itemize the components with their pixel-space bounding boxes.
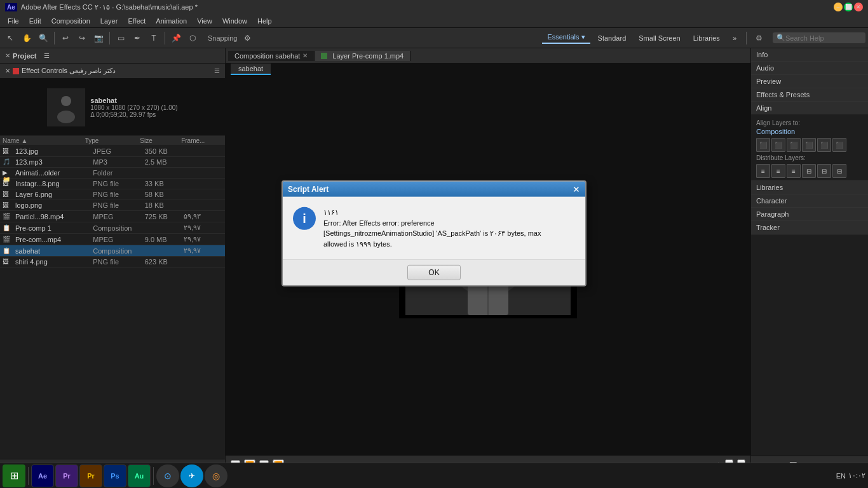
search-area: 🔍 [773, 32, 865, 43]
menu-file[interactable]: File [3, 16, 24, 26]
viewer-tab[interactable]: sabehat [231, 64, 271, 75]
effect-controls-tab[interactable]: ✕ Effect Controls دکتر ناصر رفیعی ☰ [0, 64, 225, 79]
distribute-top-btn[interactable]: ⊟ [802, 164, 816, 178]
menu-window[interactable]: Window [217, 16, 252, 26]
align-section-title[interactable]: Align [751, 102, 868, 114]
camera-btn[interactable]: 📷 [91, 30, 106, 46]
start-button[interactable]: ⊞ [3, 464, 25, 487]
project-close-icon[interactable]: ✕ [5, 52, 10, 59]
redo-btn[interactable]: ↪ [74, 30, 90, 46]
info-section-title[interactable]: Info [751, 48, 868, 61]
distribute-left-btn[interactable]: ≡ [756, 164, 770, 178]
pen-tool[interactable]: ✒ [130, 30, 145, 46]
dialog-close-button[interactable]: ✕ [573, 184, 580, 194]
distribute-center-v-btn[interactable]: ⊟ [817, 164, 831, 178]
col-frame[interactable]: Frame... [181, 137, 222, 144]
align-center-h-btn[interactable]: ⬛ [771, 138, 785, 152]
align-left-btn[interactable]: ⬛ [756, 138, 770, 152]
workspace-standard[interactable]: Standard [593, 33, 632, 43]
align-right-btn[interactable]: ⬛ [787, 138, 801, 152]
selection-tool[interactable]: ↖ [3, 30, 18, 46]
menu-help[interactable]: Help [252, 16, 277, 26]
dialog-msg-line4: allowed is ۱۹۹۹ bytes. [323, 238, 541, 249]
file-name: Pre-com...mp4 [15, 236, 93, 243]
ec-close-icon[interactable]: ✕ [5, 67, 10, 74]
project-panel-header: ✕ Project ☰ [0, 48, 225, 64]
comp-tab-precomp[interactable]: Layer Pre-comp 1.mp4 [315, 51, 410, 61]
right-panel: Info Audio Preview Effects & Presets Ali… [750, 48, 868, 474]
browser-taskbar-btn[interactable]: ⊙ [156, 464, 179, 487]
script-alert-dialog: Script Alert ✕ i ۱۱۶۱ Error: After Effec… [281, 180, 587, 287]
list-item[interactable]: 📋 sabehat Composition ۲۹,۹۷ [0, 245, 225, 257]
effects-presets-title[interactable]: Effects & Presets [751, 88, 868, 101]
list-item[interactable]: ▶📁 Animati...older Folder [0, 168, 225, 179]
puppet-tool[interactable]: 📌 [168, 30, 184, 46]
list-item[interactable]: 🖼 Instagr...8.png PNG file 33 KB [0, 179, 225, 189]
menu-animation[interactable]: Animation [151, 16, 192, 26]
list-item[interactable]: 🎬 Particl...98.mp4 MPEG 725 KB ۵۹,۹۳ [0, 211, 225, 222]
audition-taskbar-btn[interactable]: Au [128, 464, 151, 487]
comp-tab-sabehat[interactable]: Composition sabehat ✕ [228, 51, 315, 61]
col-type[interactable]: Type [85, 137, 140, 144]
snapping-toggle[interactable]: ⚙ [240, 30, 255, 46]
snapping-label: Snapping [208, 34, 238, 42]
character-section-title[interactable]: Character [751, 194, 868, 207]
menu-effect[interactable]: Effect [123, 16, 151, 26]
zoom-tool[interactable]: 🔍 [36, 30, 51, 46]
align-center-v-btn[interactable]: ⬛ [817, 138, 831, 152]
tracker-section-title[interactable]: Tracker [751, 221, 868, 234]
list-item[interactable]: 🖼 Layer 6.png PNG file 58 KB [0, 189, 225, 200]
settings-btn[interactable]: ⚙ [751, 30, 766, 46]
dialog-ok-button[interactable]: OK [407, 265, 460, 280]
telegram-taskbar-btn[interactable]: ✈ [180, 464, 203, 487]
audio-section-title[interactable]: Audio [751, 62, 868, 74]
list-item[interactable]: 🖼 logo.png PNG file 18 KB [0, 200, 225, 211]
close-button[interactable]: ✕ [854, 3, 863, 11]
workspace-essentials[interactable]: Essentials ▾ [542, 32, 590, 44]
align-top-btn[interactable]: ⬛ [802, 138, 816, 152]
text-tool[interactable]: T [146, 30, 161, 46]
minimize-button[interactable]: – [834, 3, 843, 11]
workspace-more[interactable]: » [728, 33, 742, 43]
hand-tool[interactable]: ✋ [19, 30, 34, 46]
list-item[interactable]: 🎬 Pre-com...mp4 MPEG 9.0 MB ۲۹,۹۷ [0, 234, 225, 245]
search-input[interactable] [785, 34, 862, 42]
menu-edit[interactable]: Edit [24, 16, 46, 26]
workspace-libraries[interactable]: Libraries [688, 33, 725, 43]
col-name[interactable]: Name ▲ [3, 137, 85, 144]
distribute-center-h-btn[interactable]: ≡ [771, 164, 785, 178]
paragraph-section-title[interactable]: Paragraph [751, 208, 868, 220]
ec-menu-icon[interactable]: ☰ [214, 67, 220, 74]
list-item[interactable]: 🖼 123.jpg JPEG 350 KB [0, 146, 225, 157]
workspace-small[interactable]: Small Screen [634, 33, 685, 43]
libraries-section-title[interactable]: Libraries [751, 181, 868, 194]
chrome-taskbar-btn[interactable]: ◎ [205, 464, 227, 487]
file-name: shiri 4.png [15, 258, 93, 266]
project-menu-icon[interactable]: ☰ [44, 52, 50, 59]
dialog-title: Script Alert [288, 185, 329, 194]
menu-composition[interactable]: Composition [46, 16, 95, 26]
file-name: Animati...older [15, 169, 93, 177]
align-target-value[interactable]: Composition [756, 128, 863, 135]
menu-layer[interactable]: Layer [95, 16, 123, 26]
title-left: Ae Adobe After Effects CC ۲۰۱۵ - G:\sabe… [5, 3, 198, 11]
close-tab-icon[interactable]: ✕ [302, 52, 308, 59]
maximize-button[interactable]: ⬜ [844, 3, 853, 11]
illustrator-taskbar-btn[interactable]: Pr [79, 464, 102, 487]
pr-taskbar-icon: Pr [63, 472, 71, 480]
rect-tool[interactable]: ▭ [113, 30, 128, 46]
list-item[interactable]: 🎵 123.mp3 MP3 2.5 MB [0, 157, 225, 168]
premiere-taskbar-btn[interactable]: Pr [55, 464, 78, 487]
col-size[interactable]: Size [140, 137, 181, 144]
distribute-bottom-btn[interactable]: ⊟ [832, 164, 846, 178]
list-item[interactable]: 📋 Pre-comp 1 Composition ۲۹,۹۷ [0, 222, 225, 234]
preview-section-title[interactable]: Preview [751, 75, 868, 88]
align-bottom-btn[interactable]: ⬛ [832, 138, 846, 152]
menu-view[interactable]: View [192, 16, 217, 26]
after-effects-taskbar-btn[interactable]: Ae [31, 464, 54, 487]
undo-btn[interactable]: ↩ [58, 30, 73, 46]
list-item[interactable]: 🖼 shiri 4.png PNG file 623 KB [0, 257, 225, 268]
photoshop-taskbar-btn[interactable]: Ps [104, 464, 126, 487]
shape-tool[interactable]: ⬡ [185, 30, 200, 46]
distribute-right-btn[interactable]: ≡ [787, 164, 801, 178]
